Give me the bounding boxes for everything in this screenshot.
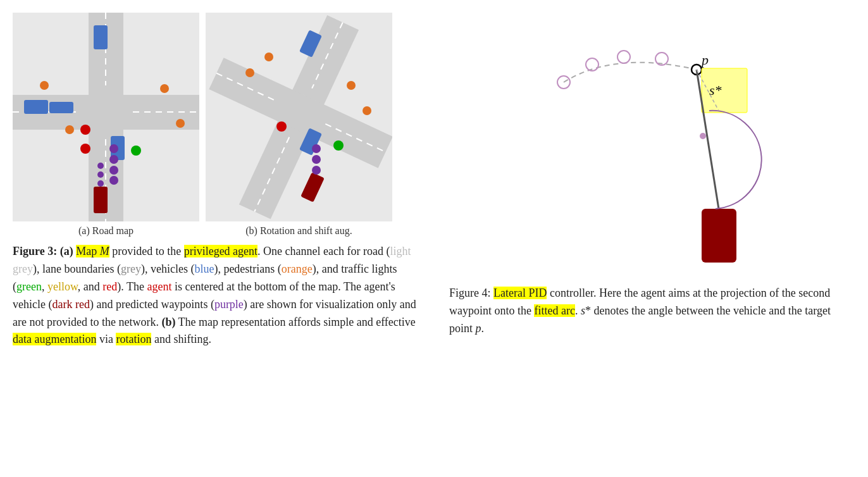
rotated-map-svg [206, 13, 392, 221]
diagram-area: p s* [449, 13, 855, 278]
right-section: p s* Figure 4: Lateral PID contro [449, 13, 855, 471]
svg-point-43 [276, 121, 287, 132]
svg-point-12 [40, 81, 49, 90]
svg-point-56 [700, 133, 706, 139]
svg-rect-51 [702, 68, 747, 113]
svg-point-42 [312, 166, 321, 175]
fig-b: (b) Rotation and shift aug. [206, 13, 392, 237]
svg-point-21 [80, 144, 90, 154]
svg-point-47 [617, 51, 630, 63]
svg-point-39 [363, 106, 371, 115]
svg-point-40 [312, 144, 321, 153]
svg-text:p: p [700, 52, 709, 68]
svg-rect-11 [94, 187, 108, 213]
fig-a: (a) Road map [13, 13, 199, 237]
svg-rect-8 [24, 100, 48, 114]
svg-rect-7 [94, 25, 108, 49]
svg-point-20 [80, 125, 90, 135]
fig4-caption: Figure 4: Lateral PID controller. Here t… [449, 285, 855, 338]
fig-a-label: (a) Road map [78, 225, 133, 237]
pid-diagram-svg: p s* [526, 13, 779, 278]
svg-point-18 [109, 166, 118, 175]
fig-b-label: (b) Rotation and shift aug. [245, 225, 352, 237]
left-section: (a) Road map [13, 13, 430, 471]
svg-point-14 [160, 84, 169, 93]
road-map-svg [13, 13, 199, 221]
svg-point-37 [264, 53, 273, 61]
svg-rect-53 [702, 209, 736, 263]
svg-point-24 [97, 171, 104, 178]
svg-point-13 [65, 125, 74, 134]
svg-point-19 [109, 176, 118, 185]
fig3-caption: Figure 3: (a) Map M provided to the priv… [13, 243, 430, 349]
svg-point-36 [245, 68, 254, 77]
svg-point-15 [176, 119, 185, 128]
svg-point-17 [109, 155, 118, 164]
fig3-prefix: Figure 3: (a) Map M provided to the priv… [13, 245, 416, 345]
svg-point-22 [131, 146, 141, 156]
svg-point-38 [347, 81, 356, 90]
svg-rect-9 [49, 102, 73, 113]
svg-point-44 [333, 140, 344, 151]
svg-point-41 [312, 155, 321, 164]
svg-point-16 [109, 144, 118, 153]
maps-row: (a) Road map [13, 13, 430, 237]
svg-point-25 [97, 180, 104, 187]
main-container: (a) Road map [0, 0, 868, 477]
fig4-text: Figure 4: Lateral PID controller. Here t… [449, 287, 831, 335]
svg-point-23 [97, 163, 104, 169]
